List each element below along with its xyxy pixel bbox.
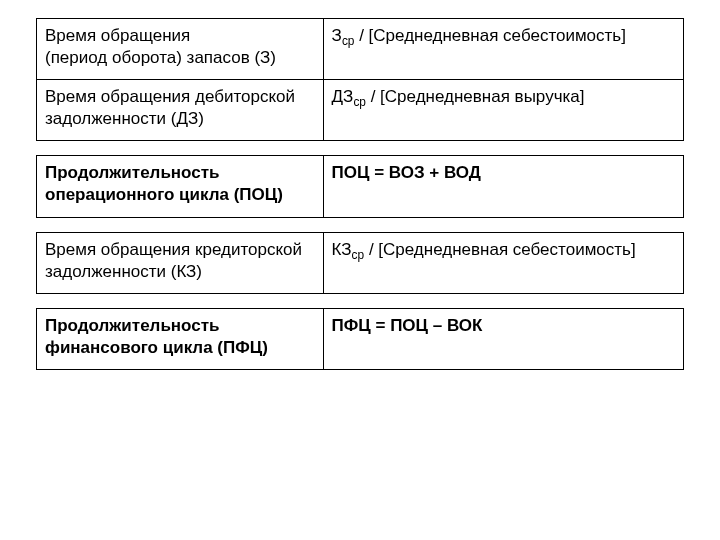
formula-cell: КЗср / [Среднедневная себестоимость] (323, 232, 683, 293)
spacer (36, 218, 684, 232)
spacer (36, 141, 684, 155)
table-block: Время обращения кредиторской задолженнос… (36, 232, 684, 294)
formula-cell: ПФЦ = ПОЦ – ВОК (323, 308, 683, 369)
table-row: Продолжительность финансового цикла (ПФЦ… (37, 308, 684, 369)
spacer (36, 294, 684, 308)
page: Время обращения(период оборота) запасов … (0, 0, 720, 370)
definition-cell: Время обращения(период оборота) запасов … (37, 19, 324, 80)
table-block: Время обращения(период оборота) запасов … (36, 18, 684, 141)
formula-cell: ДЗср / [Среднедневная выручка] (323, 80, 683, 141)
table-row: Продолжительность операционного цикла (П… (37, 156, 684, 217)
table-row: Время обращения(период оборота) запасов … (37, 19, 684, 80)
definition-cell: Время обращения дебиторской задолженност… (37, 80, 324, 141)
table-block: Продолжительность операционного цикла (П… (36, 155, 684, 217)
definition-cell: Продолжительность операционного цикла (П… (37, 156, 324, 217)
definition-cell: Продолжительность финансового цикла (ПФЦ… (37, 308, 324, 369)
tables-container: Время обращения(период оборота) запасов … (36, 18, 684, 370)
table-block: Продолжительность финансового цикла (ПФЦ… (36, 308, 684, 370)
formula-cell: ПОЦ = ВОЗ + ВОД (323, 156, 683, 217)
table-row: Время обращения кредиторской задолженнос… (37, 232, 684, 293)
formula-cell: Зср / [Среднедневная себестоимость] (323, 19, 683, 80)
table-row: Время обращения дебиторской задолженност… (37, 80, 684, 141)
definition-cell: Время обращения кредиторской задолженнос… (37, 232, 324, 293)
